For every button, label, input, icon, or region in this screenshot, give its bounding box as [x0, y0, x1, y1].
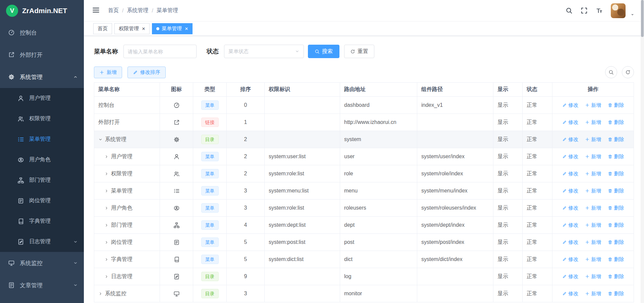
add-action[interactable]: 新增: [585, 256, 601, 263]
cell-ops: 修改新增删除: [552, 200, 634, 217]
delete-action[interactable]: 删除: [608, 205, 624, 211]
add-action[interactable]: 新增: [585, 154, 601, 160]
add-action[interactable]: 新增: [585, 171, 601, 177]
delete-action[interactable]: 删除: [608, 188, 624, 194]
delete-action[interactable]: 删除: [608, 291, 624, 297]
chevron-right-icon[interactable]: [104, 274, 109, 279]
edit-action[interactable]: 修改: [562, 205, 579, 211]
caret-down-icon[interactable]: [630, 12, 635, 17]
type-tag: 链接: [201, 118, 219, 127]
type-tag: 菜单: [201, 237, 219, 247]
delete-action-label: 删除: [614, 291, 624, 297]
breadcrumb-item-0[interactable]: 首页: [108, 7, 119, 14]
font-size-icon[interactable]: [596, 7, 603, 14]
breadcrumb-item-2[interactable]: 菜单管理: [157, 7, 178, 14]
sidebar-item-11[interactable]: 系统监控: [0, 252, 84, 274]
cell-icon: [160, 200, 193, 217]
add-action[interactable]: 新增: [585, 102, 601, 109]
scrollbar-thumb[interactable]: [641, 0, 644, 37]
fullscreen-icon[interactable]: [581, 7, 588, 14]
page-scrollbar[interactable]: [641, 0, 644, 303]
edit-action[interactable]: 修改: [562, 239, 579, 246]
delete-action[interactable]: 删除: [608, 256, 624, 263]
sidebar-item-0[interactable]: 控制台: [0, 21, 84, 44]
edit-action[interactable]: 修改: [562, 273, 579, 280]
chevron-right-icon[interactable]: [104, 206, 109, 210]
sidebar-item-4[interactable]: 权限管理: [0, 109, 84, 129]
search-button[interactable]: 搜索: [308, 45, 339, 58]
close-icon[interactable]: ×: [185, 26, 188, 32]
edit-action[interactable]: 修改: [562, 154, 579, 160]
sidebar-item-8[interactable]: 岗位管理: [0, 190, 84, 211]
edit-action[interactable]: 修改: [562, 171, 579, 177]
delete-action[interactable]: 删除: [608, 171, 624, 177]
add-action[interactable]: 新增: [585, 188, 601, 194]
sidebar-collapse-button[interactable]: [89, 3, 103, 18]
sidebar-item-5[interactable]: 菜单管理: [0, 129, 84, 149]
close-icon[interactable]: ×: [142, 26, 145, 32]
edit-action[interactable]: 修改: [562, 222, 579, 228]
edit-action-label: 修改: [569, 273, 579, 280]
search-icon[interactable]: [566, 7, 573, 14]
sidebar-item-9[interactable]: 字典管理: [0, 211, 84, 231]
chevron-down-icon[interactable]: [98, 137, 103, 142]
tab-1[interactable]: 权限管理×: [114, 23, 150, 34]
edit-action[interactable]: 修改: [562, 119, 579, 126]
delete-action[interactable]: 删除: [608, 222, 624, 228]
edit-icon: [562, 103, 567, 107]
chevron-right-icon[interactable]: [104, 189, 109, 193]
add-action[interactable]: 新增: [585, 273, 601, 280]
chevron-right-icon[interactable]: [104, 240, 109, 245]
add-action[interactable]: 新增: [585, 222, 601, 228]
edit-action[interactable]: 修改: [562, 291, 579, 297]
chevron-right-icon[interactable]: [104, 257, 109, 262]
tab-0[interactable]: 首页: [93, 23, 112, 34]
edit-action-label: 修改: [569, 119, 579, 126]
sidebar-item-1[interactable]: 外部打开: [0, 44, 84, 66]
chevron-right-icon[interactable]: [104, 155, 109, 159]
cell-ops: 修改新增删除: [552, 114, 634, 131]
chevron-right-icon[interactable]: [98, 292, 103, 296]
delete-action[interactable]: 删除: [608, 136, 624, 143]
chevron-right-icon[interactable]: [104, 223, 109, 227]
refresh-table-button[interactable]: [622, 66, 634, 78]
add-action[interactable]: 新增: [585, 291, 601, 297]
sidebar-item-2[interactable]: 系统管理: [0, 66, 84, 88]
chevron-right-icon[interactable]: [104, 172, 109, 176]
delete-action[interactable]: 删除: [608, 154, 624, 160]
search-icon: [608, 70, 614, 75]
add-action[interactable]: 新增: [585, 239, 601, 246]
tab-2[interactable]: 菜单管理×: [152, 23, 193, 34]
add-button[interactable]: 新增: [94, 67, 122, 78]
cell-perm: system:dict:list: [265, 251, 340, 268]
delete-action[interactable]: 删除: [608, 273, 624, 280]
sidebar-item-7[interactable]: 部门管理: [0, 170, 84, 190]
menu-status-select[interactable]: 菜单状态: [224, 45, 304, 58]
delete-icon: [608, 291, 612, 296]
edit-sort-button[interactable]: 修改排序: [127, 67, 166, 78]
edit-action[interactable]: 修改: [562, 136, 579, 143]
sidebar-item-6[interactable]: 用户角色: [0, 149, 84, 170]
sidebar-item-10[interactable]: 日志管理: [0, 231, 84, 252]
delete-action[interactable]: 删除: [608, 102, 624, 109]
edit-action[interactable]: 修改: [562, 256, 579, 263]
sidebar-item-label: 系统监控: [20, 259, 43, 267]
cell-order: 4: [227, 217, 265, 234]
toggle-search-button[interactable]: [605, 66, 617, 78]
cell-ops: 修改新增删除: [552, 285, 634, 302]
delete-action-label: 删除: [614, 119, 624, 126]
topbar-actions: [566, 3, 635, 18]
menu-name-input[interactable]: [123, 45, 197, 58]
sidebar-item-12[interactable]: 文章管理: [0, 274, 84, 296]
avatar[interactable]: [611, 3, 626, 18]
reset-button[interactable]: 重置: [344, 45, 374, 58]
sidebar-item-3[interactable]: 用户管理: [0, 88, 84, 109]
edit-action[interactable]: 修改: [562, 188, 579, 194]
breadcrumb-item-1[interactable]: 系统管理: [127, 7, 148, 14]
add-action[interactable]: 新增: [585, 205, 601, 211]
add-action[interactable]: 新增: [585, 136, 601, 143]
add-action[interactable]: 新增: [585, 119, 601, 126]
delete-action[interactable]: 删除: [608, 119, 624, 126]
edit-action[interactable]: 修改: [562, 102, 579, 109]
delete-action[interactable]: 删除: [608, 239, 624, 246]
